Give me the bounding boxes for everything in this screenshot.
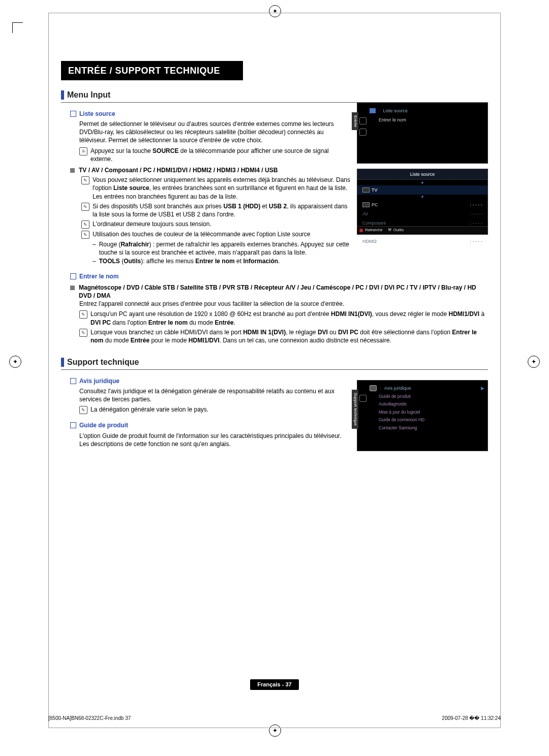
page-footer: Français - 37 (0, 679, 549, 690)
arrow-right-icon: ▶ (481, 385, 484, 391)
crop-mark (12, 22, 23, 33)
osd-header: Liste source (357, 169, 487, 180)
tools-icon: ⚒ (388, 228, 391, 233)
note-row: ✎ Lorsqu'un PC ayant une résolution de 1… (70, 310, 488, 326)
note-row: ✎ Vous pouvez sélectionner uniquement le… (70, 176, 351, 201)
note-row: ✎ L'ordinateur demeure toujours sous ten… (70, 220, 351, 229)
section-heading: Menu Input (67, 89, 110, 101)
paragraph: L'option Guide de produit fournit de l'i… (79, 432, 351, 448)
body-text: Consultez l'avis juridique et la dénégat… (70, 387, 351, 403)
label-text: Avis juridique (79, 377, 119, 385)
page-content: ENTRÉE / SUPPORT TECHNIQUE Menu Input Li… (61, 61, 488, 456)
note-icon: ✎ (79, 406, 87, 414)
item-avis-juridique: Avis juridique Consultez l'avis juridiqu… (61, 377, 351, 415)
item-label: Liste source (70, 110, 351, 118)
side-icon (359, 395, 367, 402)
support-text: Avis juridique Consultez l'avis juridiqu… (61, 370, 351, 450)
osd-support-menu: Support technique · Avis juridique ▶ Gui… (357, 380, 488, 451)
arrow-up-icon: ▲ (357, 180, 487, 185)
device-list-label: TV / AV / Composant / PC / HDMI1/DVI / H… (79, 166, 351, 174)
note-text: Si des dispositifs USB sont branchés aux… (93, 202, 351, 218)
side-icon (359, 117, 367, 124)
note-row: ⎘ Appuyez sur la touche SOURCE de la tél… (70, 147, 351, 163)
label-text: Liste source (79, 110, 115, 118)
osd-sub-row: Autodiagnostic (370, 400, 484, 408)
note-icon: ✎ (81, 176, 89, 184)
osd-row-label: PC (372, 202, 378, 208)
osd-row: · Liste source (370, 106, 484, 115)
device-list-heading: Magnétoscope / DVD / Câble STB / Satelli… (70, 284, 488, 300)
osd-sub-row: Contacter Samsung (370, 424, 484, 432)
note-icon: ✎ (79, 310, 87, 319)
osd-footer-label: Rafraîchir (365, 228, 383, 233)
dash-text: TOOLS (Outils): affiche les menus Entrer… (99, 257, 280, 265)
section-bar-icon (61, 90, 64, 100)
note-text: Vous pouvez sélectionner uniquement les … (93, 176, 351, 201)
remote-icon: ⎘ (79, 147, 87, 155)
paragraph: Permet de sélectionner le téléviseur ou … (79, 120, 351, 145)
support-row: Avis juridique Consultez l'avis juridiqu… (61, 370, 488, 456)
menu-input-text: Liste source Permet de sélectionner le t… (61, 103, 351, 265)
menu-input-figures: Entrée · Liste source Entrer le nom List… (357, 103, 488, 240)
osd-row: PC : - - - - (357, 200, 487, 209)
note-text: Appuyez sur la touche SOURCE de la téléc… (90, 147, 351, 163)
print-timestamp: 2009-07-28 �� 11:32:24 (442, 715, 501, 722)
item-label: Guide de produit (70, 421, 351, 429)
body-text: Entrez l'appareil connecté aux prises d'… (70, 300, 488, 308)
menu-input-row: Liste source Permet de sélectionner le t… (61, 103, 488, 265)
manual-page: ENTRÉE / SUPPORT TECHNIQUE Menu Input Li… (0, 0, 549, 756)
registration-mark-icon (528, 356, 540, 368)
note-text: Utilisation des touches de couleur de la… (93, 230, 311, 239)
note-text: La dénégation générale varie selon le pa… (90, 405, 208, 414)
dash-icon: – (93, 240, 96, 257)
item-entrer-le-nom: Entrer le nom Magnétoscope / DVD / Câble… (61, 272, 488, 345)
item-guide-produit: Guide de produit L'option Guide de produ… (61, 421, 351, 448)
tv-icon (370, 108, 376, 113)
checkbox-icon (70, 422, 76, 428)
note-text: Lorsqu'un PC ayant une résolution de 192… (90, 310, 488, 326)
label-text: Entrer le nom (79, 272, 118, 280)
trim-line (48, 728, 501, 728)
registration-mark-icon (9, 356, 21, 368)
osd-liste-source: Liste source ▲ TV ▼ PC : - - - - AV: - -… (357, 169, 488, 235)
dash-icon: – (93, 257, 96, 265)
label-text: Guide de produit (79, 421, 128, 429)
doc-icon (370, 385, 377, 391)
red-dot-icon (359, 229, 363, 232)
osd-row-label: Avis juridique (384, 385, 411, 391)
osd-row-disabled: HDMI2: - - - - (357, 237, 487, 246)
registration-mark-icon (269, 724, 281, 737)
osd-sub-row: Guide de produit (370, 393, 484, 400)
page-number-badge: Français - 37 (250, 679, 298, 690)
note-icon: ✎ (81, 220, 89, 229)
dash-text: Rouge (Rafraîchir) : permet de rafraîchi… (99, 240, 351, 257)
trim-line (48, 13, 49, 728)
osd-sub-row: Guide de connexion HD (370, 416, 484, 424)
osd-tab-label: Entrée (352, 112, 358, 131)
checkbox-icon (70, 378, 76, 384)
note-row: ✎ Si des dispositifs USB sont branchés a… (70, 202, 351, 218)
square-bullet-icon (70, 168, 75, 173)
osd-row-selected: TV (357, 185, 487, 195)
support-figures: Support technique · Avis juridique ▶ Gui… (357, 370, 488, 456)
note-text: Lorsque vous branchez un câble HDMI/DVI … (90, 328, 488, 344)
print-metadata: [8500-NA]BN68-02322C-Fre.indb 37 2009-07… (48, 715, 501, 722)
osd-row-label: Liste source (383, 108, 408, 114)
section-support: Support technique (61, 357, 488, 370)
osd-sub-row: Mise à jour du logiciel (370, 408, 484, 416)
note-row: ✎ Lorsque vous branchez un câble HDMI/DV… (70, 328, 488, 344)
note-row: ✎ Utilisation des touches de couleur de … (70, 230, 351, 239)
osd-row-label: TV (372, 187, 378, 193)
body-text: Permet de sélectionner le téléviseur ou … (70, 120, 351, 145)
note-row: ✎ La dénégation générale varie selon le … (70, 405, 351, 414)
side-icon (359, 129, 367, 136)
osd-tab-label: Support technique (352, 390, 358, 429)
checkbox-icon (70, 111, 76, 117)
osd-entree-menu: Entrée · Liste source Entrer le nom (357, 103, 488, 164)
osd-row-disabled: AV: - - - - (357, 209, 487, 218)
checkbox-icon (70, 273, 76, 279)
section-heading: Support technique (67, 357, 139, 368)
trim-line (500, 13, 501, 728)
dash-row: – TOOLS (Outils): affiche les menus Entr… (70, 257, 351, 265)
device-list-heading: TV / AV / Composant / PC / HDMI1/DVI / H… (70, 166, 351, 174)
